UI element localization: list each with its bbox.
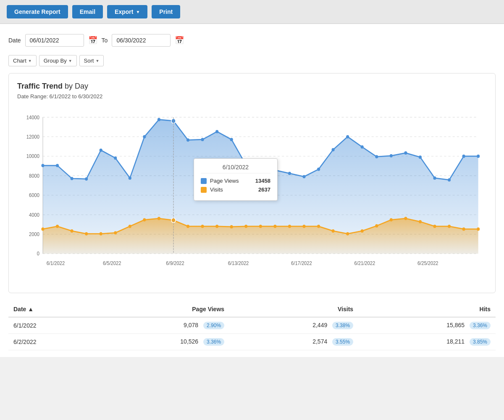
svg-point-82 <box>404 217 407 220</box>
chart-svg: 0 2000 4000 6000 8000 10000 12000 14000 … <box>17 108 487 284</box>
svg-point-53 <box>448 178 451 181</box>
svg-point-81 <box>390 218 393 222</box>
print-button[interactable]: Print <box>152 5 180 18</box>
content-area: Date 06/01/2022 📅 To 06/30/2022 📅 Chart … <box>0 24 504 357</box>
svg-point-28 <box>85 177 88 181</box>
svg-text:0: 0 <box>37 251 40 257</box>
svg-point-72 <box>259 225 262 228</box>
svg-point-55 <box>477 155 480 158</box>
email-button[interactable]: Email <box>72 5 103 18</box>
svg-point-61 <box>100 232 102 236</box>
svg-point-51 <box>419 155 422 159</box>
svg-point-60 <box>85 232 88 236</box>
svg-point-44 <box>317 168 320 171</box>
options-row: Chart ▼ Group By ▼ Sort ▼ <box>8 55 496 66</box>
svg-point-63 <box>129 225 131 228</box>
svg-point-67 <box>186 225 189 228</box>
export-button[interactable]: Export ▼ <box>107 5 147 18</box>
svg-point-32 <box>143 135 146 139</box>
svg-text:6/9/2022: 6/9/2022 <box>166 260 184 266</box>
svg-point-39 <box>244 163 247 167</box>
svg-point-68 <box>201 225 204 228</box>
cell-date-2: 6/2/2022 <box>8 334 92 350</box>
svg-text:6/25/2022: 6/25/2022 <box>417 260 438 266</box>
badge-pageviews-1: 2.90% <box>203 322 224 329</box>
svg-point-86 <box>462 228 465 231</box>
generate-report-button[interactable]: Generate Report <box>7 5 68 18</box>
chart-title: Traffic Trend by Day <box>17 82 487 91</box>
svg-point-46 <box>346 135 349 139</box>
table-body: 6/1/2022 9,078 2.90% 2,449 3.38% 15,865 … <box>8 317 496 350</box>
svg-point-65 <box>158 217 160 220</box>
badge-hits-2: 3.85% <box>470 338 491 346</box>
badge-hits-1: 3.36% <box>470 322 491 329</box>
cell-hits-1: 15,865 3.36% <box>358 317 496 334</box>
group-by-arrow-icon: ▼ <box>68 59 72 63</box>
chart-area: 0 2000 4000 6000 8000 10000 12000 14000 … <box>17 108 487 284</box>
chart-container: Traffic Trend by Day Date Range: 6/1/202… <box>8 73 496 293</box>
chart-dropdown[interactable]: Chart ▼ <box>8 55 37 66</box>
svg-point-70 <box>230 225 233 228</box>
svg-point-33 <box>158 118 160 121</box>
svg-text:6/21/2022: 6/21/2022 <box>354 260 375 266</box>
cell-date-1: 6/1/2022 <box>8 317 92 334</box>
svg-text:6/17/2022: 6/17/2022 <box>291 260 312 266</box>
svg-point-77 <box>332 229 335 233</box>
svg-text:4000: 4000 <box>29 212 39 218</box>
svg-point-84 <box>433 225 436 228</box>
chart-title-rest: by Day <box>63 82 88 90</box>
svg-point-59 <box>71 229 74 233</box>
col-date[interactable]: Date ▲ <box>8 302 92 317</box>
col-hits[interactable]: Hits <box>358 302 496 317</box>
svg-point-73 <box>273 225 276 228</box>
svg-point-31 <box>129 176 131 180</box>
svg-point-37 <box>215 130 218 134</box>
chart-date-range: Date Range: 6/1/2022 to 6/30/2022 <box>17 93 487 100</box>
cell-hits-2: 18,211 3.85% <box>358 334 496 350</box>
svg-text:6000: 6000 <box>29 192 39 198</box>
svg-point-45 <box>332 148 335 152</box>
cell-pageviews-2: 10,526 3.36% <box>92 334 229 350</box>
data-table: Date ▲ Page Views Visits Hits 6/1/2022 9… <box>8 302 496 350</box>
table-header-row: Date ▲ Page Views Visits Hits <box>8 302 496 317</box>
svg-text:2000: 2000 <box>29 231 39 237</box>
svg-point-57 <box>41 228 44 231</box>
svg-text:6/5/2022: 6/5/2022 <box>103 260 121 266</box>
svg-point-42 <box>288 172 291 175</box>
cell-visits-2: 2,574 3.55% <box>229 334 358 350</box>
calendar-to-icon[interactable]: 📅 <box>175 36 184 45</box>
svg-point-71 <box>244 225 247 228</box>
date-from-input[interactable]: 06/01/2022 <box>25 34 84 47</box>
svg-point-43 <box>302 175 305 178</box>
svg-point-64 <box>143 218 146 222</box>
date-to-input[interactable]: 06/30/2022 <box>112 34 171 47</box>
col-page-views[interactable]: Page Views <box>92 302 229 317</box>
svg-point-48 <box>375 155 378 158</box>
filters-row: Date 06/01/2022 📅 To 06/30/2022 📅 <box>8 31 496 50</box>
svg-point-85 <box>448 225 451 228</box>
sort-arrow-icon: ▼ <box>95 59 99 63</box>
svg-point-38 <box>230 138 233 141</box>
date-label: Date <box>8 37 21 44</box>
svg-point-58 <box>56 225 59 228</box>
svg-text:8000: 8000 <box>29 173 39 178</box>
export-dropdown-arrow: ▼ <box>136 10 140 14</box>
svg-point-74 <box>288 225 291 228</box>
table-row: 6/2/2022 10,526 3.36% 2,574 3.55% 18,211… <box>8 334 496 350</box>
svg-point-30 <box>114 157 117 160</box>
to-label: To <box>102 37 108 44</box>
sort-dropdown[interactable]: Sort ▼ <box>79 55 104 66</box>
svg-point-83 <box>419 220 422 223</box>
svg-point-69 <box>215 225 218 228</box>
svg-point-47 <box>361 145 364 149</box>
svg-point-79 <box>361 229 364 233</box>
calendar-from-icon[interactable]: 📅 <box>88 36 97 45</box>
group-by-dropdown[interactable]: Group By ▼ <box>39 55 77 66</box>
svg-text:12000: 12000 <box>26 134 40 139</box>
svg-point-29 <box>100 149 102 152</box>
svg-point-78 <box>346 232 349 236</box>
table-header: Date ▲ Page Views Visits Hits <box>8 302 496 317</box>
col-visits[interactable]: Visits <box>229 302 358 317</box>
chart-arrow-icon: ▼ <box>28 59 32 63</box>
cell-visits-1: 2,449 3.38% <box>229 317 358 334</box>
